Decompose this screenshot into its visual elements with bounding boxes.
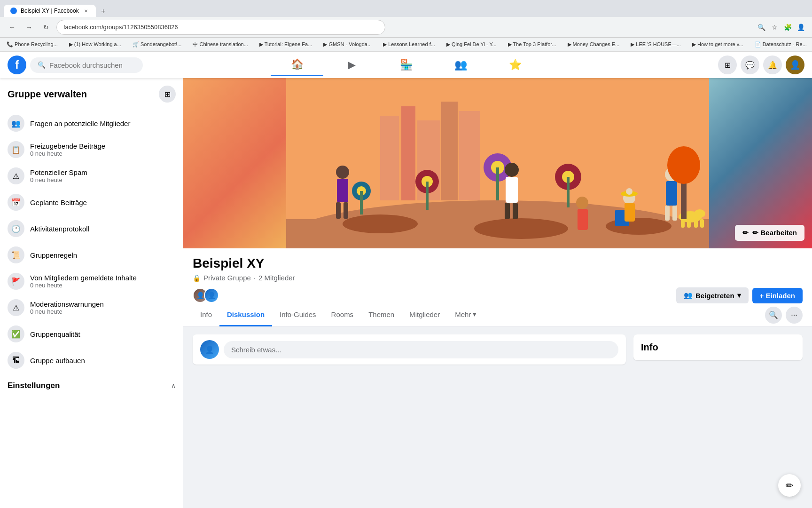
forward-button[interactable]: → [23,21,36,34]
bookmark-2[interactable]: 🛒 Sonderangebot!... [130,40,185,48]
tab-rooms[interactable]: Rooms [324,304,361,326]
member-count: 2 Mitglieder [258,274,295,282]
svg-point-36 [694,209,705,218]
joined-button[interactable]: 👥 Beigetreten ▾ [676,287,749,303]
dot-separator: · [254,274,256,282]
group-actions: 👥 Beigetreten ▾ + Einladen [676,287,803,303]
profile-toolbar-icon[interactable]: 👤 [795,22,806,33]
edit-icon: ✏ [742,229,749,237]
browser-toolbar: ← → ↻ facebook.com/groups/11263505508360… [0,17,812,38]
sidebar-item-scheduled[interactable]: 📅 Geplante Beiträge [4,189,180,215]
facebook-logo[interactable]: f [8,56,26,74]
tab-info-guides[interactable]: Info-Guides [272,304,324,326]
address-bar[interactable]: facebook.com/groups/1126350550836026 [56,20,385,35]
sidebar-item-spam[interactable]: ⚠ Potenzieller Spam 0 neu heute [4,163,180,189]
post-input-box: 👤 Schreib etwas... [193,334,626,365]
extensions-icon[interactable]: 🧩 [782,22,793,33]
edit-cover-label: ✏ Bearbeiten [752,229,797,237]
sidebar-warnings-label: Moderationswarnungen [30,300,104,308]
bookmark-7[interactable]: ▶ Qing Fei De Yi - Y... [444,40,500,48]
messenger-button[interactable]: 💬 [741,56,759,74]
bookmark-10[interactable]: ▶ LEE 'S HOUSE—... [628,40,684,48]
floating-edit-button[interactable]: ✏ [778,474,801,497]
sidebar-item-quality[interactable]: ✅ Gruppenqualität [4,321,180,347]
tab-info[interactable]: Info [193,304,219,326]
refresh-button[interactable]: ↻ [39,21,53,34]
tab-themen[interactable]: Themen [361,304,402,326]
search-toolbar-icon[interactable]: 🔍 [756,22,767,33]
sidebar-item-reported[interactable]: 🚩 Von Mitgliedern gemeldete Inhalte 0 ne… [4,268,180,294]
bookmark-1[interactable]: ▶ (1) How Working a... [66,40,124,48]
sidebar-item-warnings[interactable]: ⚠ Moderationswarnungen 0 neu heute [4,294,180,321]
nav-gaming-button[interactable]: ⭐ [489,54,541,76]
sidebar-item-text-spam: Potenzieller Spam 0 neu heute [30,168,87,183]
settings-chevron-icon: ∧ [171,382,176,389]
svg-rect-24 [337,179,348,202]
sidebar-item-text-activity: Aktivitätenprotokoll [30,225,89,233]
more-options-tab-button[interactable]: ··· [786,307,803,324]
nav-groups-button[interactable]: 👥 [434,54,487,76]
member-avatar-2: 👤 [204,288,219,303]
bookmark-8[interactable]: ▶ The Top 3 Platfor... [505,40,559,48]
group-meta: 🔒 Private Gruppe · 2 Mitglieder [193,274,803,282]
tab-mehr[interactable]: Mehr ▾ [447,303,484,326]
svg-point-23 [336,166,349,179]
bookmark-9[interactable]: ▶ Money Changes E... [565,40,623,48]
tab-diskussion[interactable]: Diskussion [219,304,272,326]
search-input[interactable] [49,61,135,69]
svg-rect-19 [567,177,570,207]
edit-cover-button[interactable]: ✏ ✏ Bearbeiten [735,225,804,241]
sidebar-item-text: Fragen an potenzielle Mitglieder [30,119,130,127]
search-tab-button[interactable]: 🔍 [765,307,782,324]
svg-rect-40 [700,219,704,228]
sidebar-item-text-rules: Gruppenregeln [30,251,77,259]
sidebar-item-label: Fragen an potenzielle Mitglieder [30,119,130,127]
bookmark-0[interactable]: 📞 Phone Recycling... [4,40,61,48]
sidebar-title: Gruppe verwalten [8,89,87,100]
nav-home-button[interactable]: 🏠 [271,54,323,76]
left-sidebar: Gruppe verwalten ⊞ 👥 Fragen an potenziel… [0,78,183,508]
invite-button[interactable]: + Einladen [752,288,803,303]
questions-icon: 👥 [8,115,24,132]
info-box: Info [633,334,803,360]
bookmark-11[interactable]: ▶ How to get more v... [689,40,746,48]
post-input-field[interactable]: Schreib etwas... [224,341,618,358]
nav-marketplace-button[interactable]: 🏪 [380,54,432,76]
joined-chevron-icon: ▾ [737,291,741,300]
sidebar-item-activity[interactable]: 🕐 Aktivitätenprotokoll [4,215,180,242]
sidebar-item-text-build: Gruppe aufbauen [30,357,85,365]
sidebar-item-questions[interactable]: 👥 Fragen an potenzielle Mitglieder [4,110,180,136]
new-tab-button[interactable]: + [98,6,109,17]
bookmark-3[interactable]: 中 Chinese translation... [190,40,250,49]
bookmark-4[interactable]: ▶ Tutorial: Eigene Fa... [257,40,315,48]
nav-video-button[interactable]: ▶ [325,54,378,76]
svg-rect-39 [694,219,698,228]
active-tab[interactable]: Beispiel XY | Facebook ✕ [4,5,96,17]
tab-mitglieder[interactable]: Mitglieder [402,304,447,326]
sidebar-layout-icon[interactable]: ⊞ [159,86,176,103]
svg-rect-38 [687,219,691,228]
bookmark-5[interactable]: ▶ GMSN - Vologda... [320,40,375,48]
notifications-button[interactable]: 🔔 [763,56,782,74]
bookmark-12[interactable]: 📄 Datenschutz - Re... [752,40,810,48]
profile-avatar[interactable]: 👤 [786,56,804,74]
sidebar-item-build[interactable]: 🏗 Gruppe aufbauen [4,347,180,373]
invite-label: + Einladen [760,292,795,300]
search-bar[interactable]: 🔍 [30,57,143,73]
svg-rect-28 [506,177,518,203]
bookmark-6[interactable]: ▶ Lessons Learned f... [380,40,438,48]
bookmark-toolbar-icon[interactable]: ☆ [769,22,780,33]
svg-rect-13 [426,182,429,210]
tab-close-button[interactable]: ✕ [83,8,89,14]
svg-rect-32 [666,181,677,206]
svg-point-48 [576,197,588,209]
sidebar-item-text-quality: Gruppenqualität [30,330,80,338]
settings-section-header[interactable]: Einstellungen ∧ [8,377,176,394]
build-icon: 🏗 [8,352,24,369]
back-button[interactable]: ← [6,21,19,34]
apps-button[interactable]: ⊞ [718,56,737,74]
mehr-label: Mehr [455,310,471,318]
sidebar-item-rules[interactable]: 📜 Gruppenregeln [4,242,180,268]
sidebar-item-pending[interactable]: 📋 Freizugebende Beiträge 0 neu heute [4,136,180,163]
sidebar-pending-label: Freizugebende Beiträge [30,142,105,150]
